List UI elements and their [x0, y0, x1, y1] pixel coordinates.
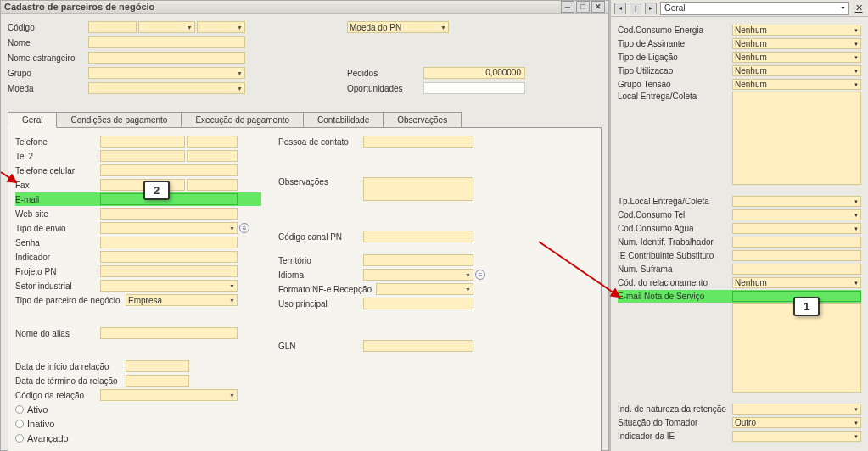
tipo-assinante-dropdown[interactable]: Nenhum — [732, 38, 861, 49]
minimize-button[interactable]: ─ — [561, 1, 574, 13]
telefone-ext-input[interactable] — [187, 136, 238, 148]
tab-observacoes[interactable]: Observações — [383, 112, 462, 127]
cod-consumo-tel-dropdown[interactable] — [732, 209, 861, 220]
label-cod-relacionamento: Cód. do relacionamento — [618, 278, 732, 287]
label-codigo-relacao: Código da relação — [15, 391, 100, 400]
indicador-input[interactable] — [100, 251, 238, 263]
tp-local-dropdown[interactable] — [732, 196, 861, 207]
nav-first-button[interactable]: ◂ — [614, 3, 626, 14]
territorio-input[interactable] — [363, 254, 473, 266]
grupo-dropdown[interactable] — [88, 67, 245, 79]
label-uso-principal: Uso principal — [278, 299, 363, 309]
tab-condicoes[interactable]: Condições de pagamento — [56, 112, 182, 127]
moeda-dropdown[interactable] — [88, 82, 245, 94]
cod-relacionamento-dropdown[interactable]: Nenhum — [732, 277, 861, 288]
label-codigo: Código — [8, 23, 88, 32]
filler-textarea[interactable] — [732, 303, 861, 393]
label-idioma: Idioma — [278, 270, 363, 280]
nome-alias-input[interactable] — [100, 327, 238, 339]
ind-natureza-dropdown[interactable] — [732, 404, 861, 415]
nav-prev-button[interactable]: | — [630, 3, 641, 14]
num-suframa-input[interactable] — [732, 264, 861, 275]
side-close-button[interactable]: ✕ — [853, 3, 865, 14]
data-inicio-input[interactable] — [126, 360, 189, 372]
label-cod-consumo-tel: Cod.Consumo Tel — [618, 210, 732, 220]
tab-geral[interactable]: Geral — [8, 112, 57, 128]
maximize-button[interactable]: □ — [576, 1, 590, 13]
indicador-ie-dropdown[interactable] — [732, 431, 861, 442]
codigo-canal-input[interactable] — [363, 231, 473, 242]
setor-industrial-dropdown[interactable] — [100, 280, 238, 292]
data-termino-input[interactable] — [126, 375, 189, 387]
nome-estrangeiro-input[interactable] — [88, 52, 245, 64]
close-button[interactable]: ✕ — [591, 1, 605, 13]
info-icon[interactable]: ≡ — [239, 223, 249, 233]
codigo-type-dropdown[interactable] — [138, 21, 195, 33]
grupo-tensao-dropdown[interactable]: Nenhum — [732, 79, 861, 90]
num-identif-input[interactable] — [732, 237, 861, 248]
radio-ativo[interactable] — [15, 405, 24, 414]
arrow-icon-2 — [0, 165, 25, 191]
tel-celular-input[interactable] — [100, 164, 238, 176]
cod-consumo-energia-dropdown[interactable]: Nenhum — [732, 25, 861, 36]
tipo-ligacao-dropdown[interactable]: Nenhum — [732, 52, 861, 63]
label-territorio: Território — [278, 256, 363, 265]
codigo-extra-dropdown[interactable] — [197, 21, 245, 33]
fax-ext-input[interactable] — [187, 179, 238, 191]
label-ativo: Ativo — [27, 404, 48, 415]
label-email: E-mail — [15, 195, 100, 204]
idioma-dropdown[interactable] — [363, 269, 473, 281]
label-website: Web site — [15, 209, 100, 219]
telefone-input[interactable] — [100, 136, 185, 148]
codigo-input[interactable] — [88, 21, 137, 33]
radio-avancado[interactable] — [15, 434, 24, 443]
info-icon-idioma[interactable]: ≡ — [475, 270, 485, 280]
fax-input[interactable] — [100, 179, 185, 191]
label-indicador: Indicador — [15, 253, 100, 262]
label-situacao-tomador: Situação do Tomador — [618, 418, 732, 427]
tel2-ext-input[interactable] — [187, 150, 238, 162]
label-grupo: Grupo — [8, 69, 88, 78]
label-tipo-utilizacao: Tipo Utilizacao — [618, 66, 732, 75]
label-nome-estrangeiro: Nome estrangeiro — [8, 53, 88, 63]
tipo-parceiro-dropdown[interactable]: Empresa — [126, 294, 238, 306]
ie-contribuinte-input[interactable] — [732, 250, 861, 261]
pedidos-input[interactable]: 0,000000 — [423, 67, 525, 79]
situacao-tomador-dropdown[interactable]: Outro — [732, 417, 861, 428]
label-tipo-envio: Tipo de envio — [15, 224, 100, 233]
label-ind-natureza: Ind. de natureza da retenção — [618, 404, 732, 414]
uso-principal-input[interactable] — [363, 298, 473, 309]
label-observacoes: Observações — [278, 177, 363, 187]
label-oportunidades: Oportunidades — [347, 84, 423, 93]
website-input[interactable] — [100, 208, 238, 220]
local-entrega-textarea[interactable] — [732, 92, 861, 185]
tab-contabilidade[interactable]: Contabilidade — [303, 112, 384, 127]
tipo-utilizacao-dropdown[interactable]: Nenhum — [732, 65, 861, 76]
tipo-envio-dropdown[interactable] — [100, 222, 238, 234]
tab-execucao[interactable]: Execução do pagamento — [181, 112, 304, 127]
label-tipo-parceiro: Tipo de parceiro de negócio — [15, 296, 126, 305]
label-grupo-tensao: Grupo Tensão — [618, 80, 732, 89]
side-header: ◂ | ▸ Geral ✕ — [611, 0, 868, 17]
gln-input[interactable] — [363, 340, 473, 352]
label-tp-local: Tp.Local Entrega/Coleta — [618, 197, 732, 206]
main-window: Cadastro de parceiros de negócio ─ □ ✕ C… — [0, 0, 609, 451]
radio-inativo[interactable] — [15, 420, 24, 428]
codigo-relacao-dropdown[interactable] — [100, 389, 238, 401]
senha-input[interactable] — [100, 237, 238, 248]
moeda-pn-dropdown[interactable]: Moeda do PN — [347, 21, 449, 33]
pessoa-contato-input[interactable] — [363, 136, 473, 148]
label-fax: Fax — [15, 181, 100, 190]
formato-nfe-dropdown[interactable] — [376, 283, 473, 295]
oportunidades-input[interactable] — [423, 82, 525, 94]
nav-next-button[interactable]: ▸ — [645, 3, 657, 14]
nome-input[interactable] — [88, 36, 245, 48]
label-email-nota: E-mail Nota de Serviço — [618, 292, 732, 301]
label-formato-nfe: Formato NF-e Recepção — [278, 285, 376, 294]
svg-line-3 — [539, 242, 619, 297]
projeto-pn-input[interactable] — [100, 265, 238, 277]
tel2-input[interactable] — [100, 150, 185, 162]
cod-consumo-agua-dropdown[interactable] — [732, 223, 861, 234]
observacoes-input[interactable] — [363, 177, 473, 201]
side-category-dropdown[interactable]: Geral — [660, 2, 849, 15]
